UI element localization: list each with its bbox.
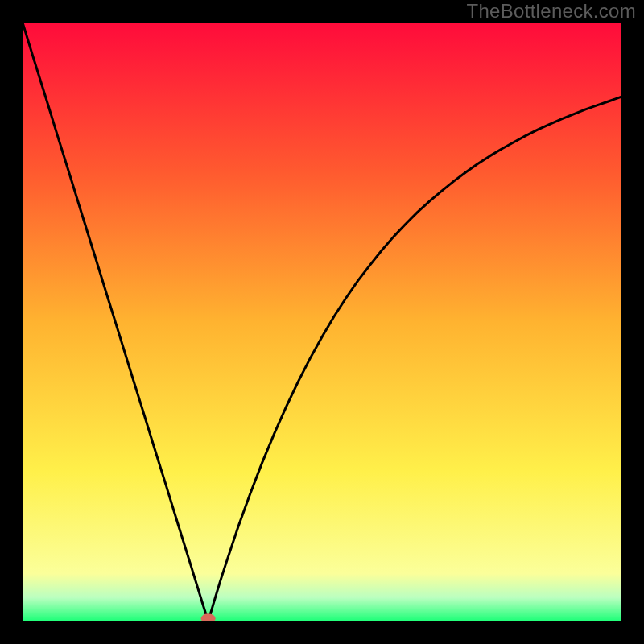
chart-svg <box>23 23 621 621</box>
chart-frame: TheBottleneck.com <box>0 0 644 644</box>
gradient-background <box>23 23 621 621</box>
watermark-text: TheBottleneck.com <box>466 0 636 23</box>
plot-area <box>23 23 621 621</box>
